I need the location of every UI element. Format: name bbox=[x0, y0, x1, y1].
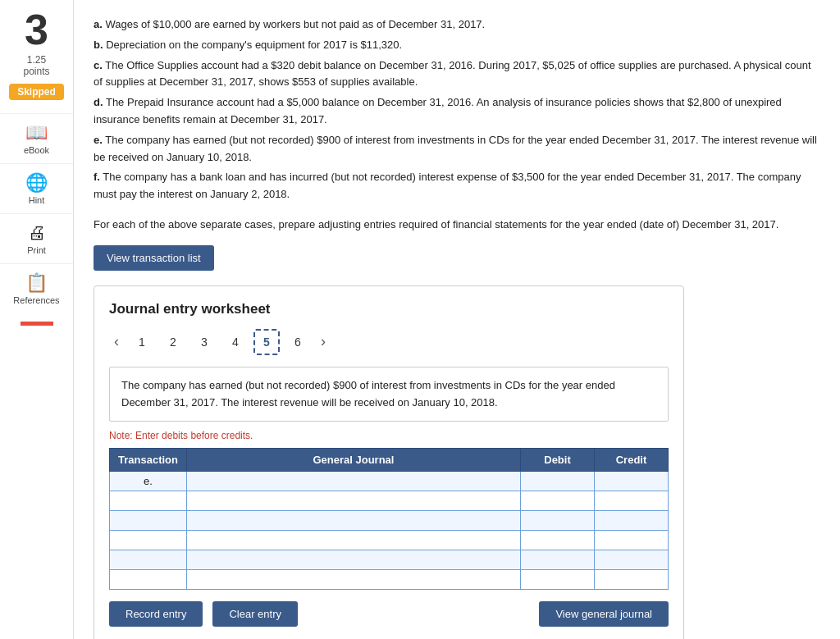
credit-input-5[interactable] bbox=[595, 570, 668, 589]
problem-item-d: d. The Prepaid Insurance account had a $… bbox=[94, 94, 820, 129]
journal-worksheet: Journal entry worksheet ‹ 1 2 3 4 5 6 › … bbox=[94, 285, 684, 639]
points-label: points bbox=[23, 66, 49, 77]
credit-input-0[interactable] bbox=[595, 472, 668, 491]
debit-input-0[interactable] bbox=[521, 472, 594, 491]
print-label: Print bbox=[27, 245, 46, 255]
references-icon: 📋 bbox=[25, 272, 48, 294]
red-bar bbox=[21, 322, 53, 326]
sidebar-item-ebook[interactable]: 📖 eBook bbox=[0, 113, 73, 163]
main-content: a. Wages of $10,000 are earned by worker… bbox=[74, 0, 840, 639]
instructions: For each of the above separate cases, pr… bbox=[94, 217, 820, 234]
table-row bbox=[110, 511, 669, 531]
transaction-cell-2 bbox=[110, 511, 187, 531]
sidebar-item-print[interactable]: 🖨 Print bbox=[0, 213, 73, 263]
tab-1[interactable]: 1 bbox=[129, 329, 155, 355]
credit-cell-2[interactable] bbox=[595, 511, 669, 531]
debit-cell-2[interactable] bbox=[521, 511, 595, 531]
item-label-d: d. bbox=[94, 96, 103, 108]
general-journal-cell-3[interactable] bbox=[186, 531, 520, 550]
debit-cell-3[interactable] bbox=[521, 531, 595, 550]
debit-input-1[interactable] bbox=[521, 491, 594, 510]
debit-input-3[interactable] bbox=[521, 531, 594, 550]
table-row bbox=[110, 570, 669, 590]
credit-input-4[interactable] bbox=[595, 550, 668, 569]
th-credit: Credit bbox=[595, 449, 669, 472]
general-journal-cell-0[interactable] bbox=[186, 472, 520, 491]
tab-next-button[interactable]: › bbox=[316, 331, 331, 352]
credit-input-3[interactable] bbox=[595, 531, 668, 550]
tab-2[interactable]: 2 bbox=[160, 329, 186, 355]
general-journal-input-0[interactable] bbox=[187, 472, 520, 491]
print-icon: 🖨 bbox=[28, 222, 46, 244]
tab-6[interactable]: 6 bbox=[285, 329, 311, 355]
general-journal-input-5[interactable] bbox=[187, 570, 520, 589]
general-journal-cell-5[interactable] bbox=[186, 570, 520, 590]
credit-cell-0[interactable] bbox=[595, 472, 669, 491]
debit-cell-4[interactable] bbox=[521, 550, 595, 570]
worksheet-buttons: Record entry Clear entry View general jo… bbox=[109, 601, 669, 627]
debit-cell-0[interactable] bbox=[521, 472, 595, 491]
credit-input-1[interactable] bbox=[595, 491, 668, 510]
item-text-b: Depreciation on the company's equipment … bbox=[106, 39, 402, 51]
debit-input-4[interactable] bbox=[521, 550, 594, 569]
problem-item-e: e. The company has earned (but not recor… bbox=[94, 132, 820, 167]
item-text-a: Wages of $10,000 are earned by workers b… bbox=[105, 18, 485, 30]
hint-label: Hint bbox=[29, 195, 45, 205]
note-text: Note: Enter debits before credits. bbox=[109, 430, 669, 441]
item-text-d: The Prepaid Insurance account had a $5,0… bbox=[94, 96, 782, 126]
problem-item-c: c. The Office Supplies account had a $32… bbox=[94, 57, 820, 92]
record-entry-button[interactable]: Record entry bbox=[109, 601, 203, 627]
skipped-badge: Skipped bbox=[9, 84, 64, 100]
tab-4[interactable]: 4 bbox=[222, 329, 249, 355]
table-row bbox=[110, 491, 669, 511]
credit-cell-3[interactable] bbox=[595, 531, 669, 550]
credit-cell-1[interactable] bbox=[595, 491, 669, 511]
tab-prev-button[interactable]: ‹ bbox=[109, 331, 124, 352]
debit-cell-1[interactable] bbox=[521, 491, 595, 511]
general-journal-input-4[interactable] bbox=[187, 550, 520, 569]
journal-table: Transaction General Journal Debit Credit… bbox=[109, 448, 669, 590]
general-journal-input-3[interactable] bbox=[187, 531, 520, 550]
credit-input-2[interactable] bbox=[595, 511, 668, 530]
points-value: 1.25 bbox=[27, 54, 46, 66]
view-general-journal-button[interactable]: View general journal bbox=[539, 601, 669, 627]
view-transaction-button[interactable]: View transaction list bbox=[94, 245, 214, 271]
hint-icon: 🌐 bbox=[25, 172, 48, 194]
tab-navigation: ‹ 1 2 3 4 5 6 › bbox=[109, 329, 669, 355]
item-label-b: b. bbox=[94, 39, 103, 51]
transaction-cell-4 bbox=[110, 550, 187, 570]
table-row bbox=[110, 531, 669, 550]
debit-cell-5[interactable] bbox=[521, 570, 595, 590]
problem-list: a. Wages of $10,000 are earned by worker… bbox=[94, 16, 820, 203]
item-text-c: The Office Supplies account had a $320 d… bbox=[94, 59, 811, 89]
clear-entry-button[interactable]: Clear entry bbox=[212, 601, 298, 627]
transaction-cell-5 bbox=[110, 570, 187, 590]
general-journal-input-2[interactable] bbox=[187, 511, 520, 530]
credit-cell-4[interactable] bbox=[595, 550, 669, 570]
sidebar: 3 1.25 points Skipped 📖 eBook 🌐 Hint 🖨 P… bbox=[0, 0, 74, 639]
problem-item-a: a. Wages of $10,000 are earned by worker… bbox=[94, 16, 820, 34]
ebook-label: eBook bbox=[24, 145, 49, 155]
sidebar-item-hint[interactable]: 🌐 Hint bbox=[0, 163, 73, 213]
transaction-cell-0: e. bbox=[110, 472, 187, 491]
sidebar-item-references[interactable]: 📋 References bbox=[0, 263, 73, 313]
th-general-journal: General Journal bbox=[186, 449, 520, 472]
tab-5[interactable]: 5 bbox=[253, 329, 280, 355]
tab-3[interactable]: 3 bbox=[191, 329, 217, 355]
item-label-e: e. bbox=[94, 134, 103, 146]
item-label-a: a. bbox=[94, 18, 103, 30]
item-text-e: The company has earned (but not recorded… bbox=[94, 134, 817, 163]
general-journal-cell-1[interactable] bbox=[186, 491, 520, 511]
ebook-icon: 📖 bbox=[25, 122, 48, 144]
general-journal-cell-2[interactable] bbox=[186, 511, 520, 531]
credit-cell-5[interactable] bbox=[595, 570, 669, 590]
table-row: e. bbox=[110, 472, 669, 491]
question-number: 3 bbox=[25, 8, 48, 51]
debit-input-5[interactable] bbox=[521, 570, 594, 589]
th-debit: Debit bbox=[521, 449, 595, 472]
general-journal-cell-4[interactable] bbox=[186, 550, 520, 570]
references-label: References bbox=[13, 295, 59, 305]
description-box: The company has earned (but not recorded… bbox=[109, 367, 669, 422]
general-journal-input-1[interactable] bbox=[187, 491, 520, 510]
debit-input-2[interactable] bbox=[521, 511, 594, 530]
